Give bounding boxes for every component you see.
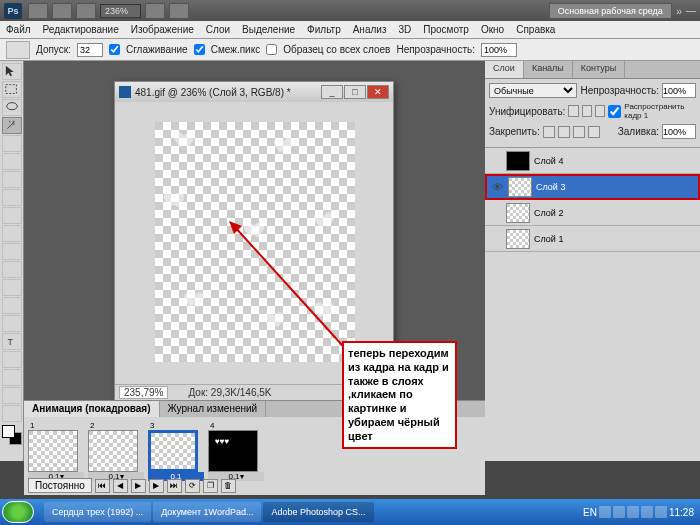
pen-tool[interactable] <box>2 315 22 332</box>
menu-image[interactable]: Изображение <box>131 24 194 35</box>
frame-thumbnail[interactable] <box>28 430 78 472</box>
frame-thumbnail[interactable] <box>88 430 138 472</box>
prev-frame-button[interactable]: ◀ <box>113 479 128 493</box>
gradient-tool[interactable] <box>2 261 22 278</box>
fill-input[interactable] <box>662 124 696 139</box>
tab-history[interactable]: Журнал изменений <box>160 401 267 417</box>
unify-position-icon[interactable] <box>568 105 578 117</box>
layer-row[interactable]: Слой 1 <box>485 226 700 252</box>
animation-frame[interactable]: 30,1 <box>148 421 204 481</box>
layer-name[interactable]: Слой 2 <box>534 208 563 218</box>
menu-layers[interactable]: Слои <box>206 24 230 35</box>
menu-file[interactable]: Файл <box>6 24 31 35</box>
lock-all-icon[interactable] <box>588 126 600 138</box>
first-frame-button[interactable]: ⏮ <box>95 479 110 493</box>
type-tool[interactable]: T <box>2 333 22 350</box>
document-titlebar[interactable]: 481.gif @ 236% (Слой 3, RGB/8) * _ □ ✕ <box>115 82 393 102</box>
opacity-input[interactable] <box>481 43 517 57</box>
tray-icon[interactable] <box>641 506 653 518</box>
brush-tool[interactable] <box>2 189 22 206</box>
tray-icon[interactable] <box>599 506 611 518</box>
layer-name[interactable]: Слой 4 <box>534 156 563 166</box>
contiguous-checkbox[interactable] <box>194 44 205 55</box>
tray-icon[interactable] <box>627 506 639 518</box>
menu-edit[interactable]: Редактирование <box>43 24 119 35</box>
taskbar-task[interactable]: Adobe Photoshop CS... <box>263 502 373 522</box>
mb-icon[interactable] <box>52 3 72 19</box>
zoom-tool[interactable] <box>2 405 22 422</box>
play-button[interactable]: ▶ <box>131 479 146 493</box>
menu-filter[interactable]: Фильтр <box>307 24 341 35</box>
delete-frame-button[interactable]: 🗑 <box>221 479 236 493</box>
animation-frame[interactable]: 10,1▾ <box>28 421 84 481</box>
maximize-button[interactable]: □ <box>344 85 366 99</box>
blend-mode-select[interactable]: Обычные <box>489 83 577 98</box>
launch-bridge-icon[interactable] <box>28 3 48 19</box>
layer-thumbnail[interactable] <box>508 177 532 197</box>
lock-transparency-icon[interactable] <box>543 126 555 138</box>
minimize-icon[interactable]: — <box>686 5 696 16</box>
layer-opacity-input[interactable] <box>662 83 696 98</box>
menu-analysis[interactable]: Анализ <box>353 24 387 35</box>
visibility-toggle[interactable]: 👁 <box>490 181 504 193</box>
antialias-checkbox[interactable] <box>109 44 120 55</box>
zoom-level[interactable]: 236% <box>100 4 141 18</box>
blur-tool[interactable] <box>2 279 22 296</box>
unify-style-icon[interactable] <box>595 105 605 117</box>
lasso-tool[interactable] <box>2 99 22 116</box>
tab-layers[interactable]: Слои <box>485 61 524 78</box>
animation-frame[interactable]: 20,1▾ <box>88 421 144 481</box>
taskbar-task[interactable]: Документ 1WordPad... <box>153 502 261 522</box>
menu-3d[interactable]: 3D <box>398 24 411 35</box>
doc-zoom[interactable]: 235,79% <box>119 386 168 399</box>
tab-channels[interactable]: Каналы <box>524 61 573 78</box>
hand-icon[interactable] <box>145 3 165 19</box>
frame-thumbnail[interactable] <box>148 430 198 472</box>
layer-row[interactable]: Слой 4 <box>485 148 700 174</box>
new-frame-button[interactable]: ❐ <box>203 479 218 493</box>
tab-paths[interactable]: Контуры <box>573 61 625 78</box>
tolerance-input[interactable] <box>77 43 103 57</box>
lock-pixels-icon[interactable] <box>558 126 570 138</box>
layer-row[interactable]: Слой 2 <box>485 200 700 226</box>
heal-tool[interactable] <box>2 171 22 188</box>
screen-mode-icon[interactable] <box>76 3 96 19</box>
eraser-tool[interactable] <box>2 243 22 260</box>
layer-name[interactable]: Слой 1 <box>534 234 563 244</box>
document-canvas[interactable] <box>155 122 355 362</box>
minimize-button[interactable]: _ <box>321 85 343 99</box>
dodge-tool[interactable] <box>2 297 22 314</box>
next-frame-button[interactable]: ▶ <box>149 479 164 493</box>
volume-icon[interactable] <box>655 506 667 518</box>
loop-selector[interactable]: Постоянно <box>28 478 92 493</box>
propagate-checkbox[interactable] <box>608 105 621 118</box>
menu-select[interactable]: Выделение <box>242 24 295 35</box>
move-tool[interactable] <box>2 63 22 80</box>
shape-tool[interactable] <box>2 369 22 386</box>
tween-button[interactable]: ⟳ <box>185 479 200 493</box>
menu-window[interactable]: Окно <box>481 24 504 35</box>
layer-name[interactable]: Слой 3 <box>536 182 565 192</box>
all-layers-checkbox[interactable] <box>266 44 277 55</box>
layer-thumbnail[interactable] <box>506 151 530 171</box>
tray-icon[interactable] <box>613 506 625 518</box>
hand-tool[interactable] <box>2 387 22 404</box>
menu-view[interactable]: Просмотр <box>423 24 469 35</box>
layer-row[interactable]: 👁Слой 3 <box>485 174 700 200</box>
frame-thumbnail[interactable] <box>208 430 258 472</box>
marquee-tool[interactable] <box>2 81 22 98</box>
workspace-selector[interactable]: Основная рабочая среда <box>549 3 672 19</box>
menu-help[interactable]: Справка <box>516 24 555 35</box>
start-button[interactable] <box>2 501 34 523</box>
workspace-chevron-icon[interactable]: » <box>676 5 682 17</box>
last-frame-button[interactable]: ⏭ <box>167 479 182 493</box>
close-button[interactable]: ✕ <box>367 85 389 99</box>
clock[interactable]: 11:28 <box>669 507 694 518</box>
layer-thumbnail[interactable] <box>506 229 530 249</box>
stamp-tool[interactable] <box>2 207 22 224</box>
arrange-icon[interactable] <box>169 3 189 19</box>
layer-thumbnail[interactable] <box>506 203 530 223</box>
language-indicator[interactable]: EN <box>583 507 597 518</box>
unify-visibility-icon[interactable] <box>582 105 592 117</box>
lock-position-icon[interactable] <box>573 126 585 138</box>
